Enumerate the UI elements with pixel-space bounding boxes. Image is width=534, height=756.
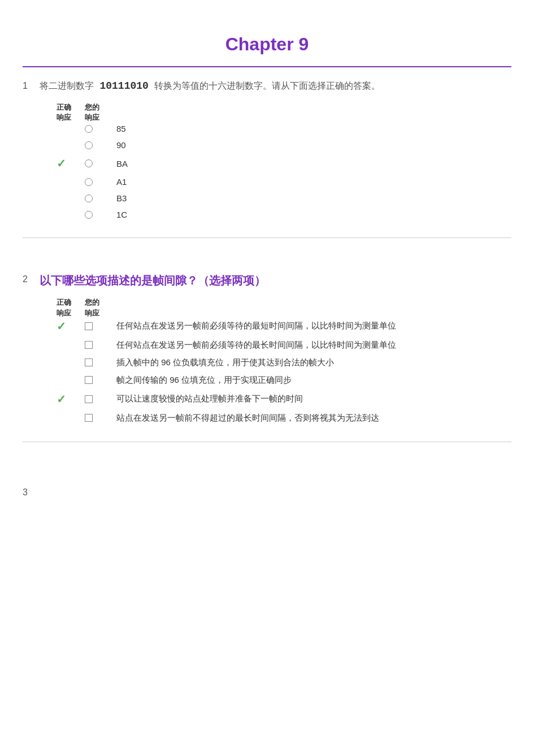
q2-label-c: 插入帧中的 96 位负载填充位，用于使其达到合法的帧大小	[116, 357, 334, 368]
q1-header-col2: 您的 响应	[85, 102, 113, 123]
q1-binary-value: 10111010	[99, 80, 148, 92]
q1-label-90: 90	[116, 140, 126, 150]
q1-label-BA: BA	[116, 159, 128, 169]
q1-text-before: 将二进制数字	[40, 81, 94, 90]
question-3-number: 3	[23, 487, 28, 497]
spacer-2	[23, 459, 511, 476]
radio-icon[interactable]	[85, 195, 93, 202]
q1-option-1C: 1C	[57, 210, 511, 219]
q1-radio-90[interactable]	[85, 141, 113, 149]
q2-checkbox-e[interactable]	[85, 395, 113, 403]
checkbox-icon[interactable]	[85, 395, 93, 403]
q1-label-85: 85	[116, 124, 126, 133]
q2-option-e: ✓ 可以让速度较慢的站点处理帧并准备下一帧的时间	[57, 392, 511, 406]
checkbox-icon[interactable]	[85, 322, 93, 330]
q2-table-header: 正确 响应 您的 响应	[57, 297, 511, 318]
question-1-header: 1 将二进制数字 10111010 转换为等值的十六进制数字。请从下面选择正确的…	[23, 79, 511, 94]
checkbox-icon[interactable]	[85, 358, 93, 366]
q2-label-a: 任何站点在发送另一帧前必须等待的最短时间间隔，以比特时间为测量单位	[116, 321, 396, 331]
q2-checkbox-d[interactable]	[85, 376, 113, 384]
q2-correct-e: ✓	[57, 392, 85, 406]
q1-option-BA: ✓ BA	[57, 157, 511, 170]
q1-options: 85 90 ✓ BA	[57, 124, 511, 219]
radio-icon[interactable]	[85, 159, 93, 167]
q1-radio-A1[interactable]	[85, 178, 113, 186]
q2-label-f: 站点在发送另一帧前不得超过的最长时间间隔，否则将视其为无法到达	[116, 413, 379, 424]
question-2-text: 以下哪些选项描述的是帧间隙？（选择两项）	[40, 272, 266, 289]
q1-radio-85[interactable]	[85, 125, 113, 133]
q2-header-col1: 正确 响应	[57, 297, 85, 318]
checkbox-icon[interactable]	[85, 414, 93, 422]
radio-icon[interactable]	[85, 211, 93, 219]
q2-correct-a: ✓	[57, 319, 85, 333]
q1-option-A1: A1	[57, 177, 511, 187]
question-1-block: 1 将二进制数字 10111010 转换为等值的十六进制数字。请从下面选择正确的…	[23, 79, 511, 238]
q1-option-85: 85	[57, 124, 511, 133]
q2-option-f: 站点在发送另一帧前不得超过的最长时间间隔，否则将视其为无法到达	[57, 413, 511, 424]
checkmark-icon: ✓	[57, 319, 66, 333]
q2-checkbox-a[interactable]	[85, 322, 113, 330]
checkbox-icon[interactable]	[85, 341, 93, 349]
q2-header-col2: 您的 响应	[85, 297, 113, 318]
q1-text-after: 转换为等值的十六进制数字。请从下面选择正确的答案。	[154, 81, 380, 90]
q1-option-90: 90	[57, 140, 511, 150]
q2-option-d: 帧之间传输的 96 位填充位，用于实现正确同步	[57, 375, 511, 386]
q2-label-b: 任何站点在发送另一帧前必须等待的最长时间间隔，以比特时间为测量单位	[116, 340, 396, 351]
q2-label-d: 帧之间传输的 96 位填充位，用于实现正确同步	[116, 375, 292, 386]
q1-header-col1: 正确 响应	[57, 102, 85, 123]
q2-option-b: 任何站点在发送另一帧前必须等待的最长时间间隔，以比特时间为测量单位	[57, 340, 511, 351]
question-2-number: 2	[23, 274, 33, 284]
checkmark-icon: ✓	[57, 157, 66, 170]
spacer-1	[23, 255, 511, 272]
radio-icon[interactable]	[85, 125, 93, 133]
chapter-divider	[23, 66, 511, 67]
q1-label-A1: A1	[116, 177, 127, 187]
q1-radio-B3[interactable]	[85, 195, 113, 202]
q2-checkbox-b[interactable]	[85, 341, 113, 349]
question-2-header: 2 以下哪些选项描述的是帧间隙？（选择两项）	[23, 272, 511, 289]
radio-icon[interactable]	[85, 178, 93, 186]
checkmark-icon: ✓	[57, 392, 66, 406]
q2-label-e: 可以让速度较慢的站点处理帧并准备下一帧的时间	[116, 394, 303, 404]
chapter-title: Chapter 9	[23, 0, 511, 66]
q2-option-c: 插入帧中的 96 位负载填充位，用于使其达到合法的帧大小	[57, 357, 511, 368]
radio-icon[interactable]	[85, 141, 93, 149]
q1-label-1C: 1C	[116, 210, 127, 219]
q1-table-header: 正确 响应 您的 响应	[57, 102, 511, 123]
checkbox-icon[interactable]	[85, 376, 93, 384]
page-container: Chapter 9 1 将二进制数字 10111010 转换为等值的十六进制数字…	[0, 0, 534, 756]
q2-options: ✓ 任何站点在发送另一帧前必须等待的最短时间间隔，以比特时间为测量单位 任何站点…	[57, 319, 511, 424]
q1-radio-1C[interactable]	[85, 211, 113, 219]
q1-label-B3: B3	[116, 193, 127, 203]
question-2-block: 2 以下哪些选项描述的是帧间隙？（选择两项） 正确 响应 您的 响应 ✓	[23, 272, 511, 442]
q2-checkbox-f[interactable]	[85, 414, 113, 422]
question-1-number: 1	[23, 81, 33, 91]
q2-checkbox-c[interactable]	[85, 358, 113, 366]
question-1-text: 将二进制数字 10111010 转换为等值的十六进制数字。请从下面选择正确的答案…	[40, 79, 380, 94]
q1-radio-BA[interactable]	[85, 159, 113, 167]
q1-correct-BA: ✓	[57, 157, 85, 170]
q1-option-B3: B3	[57, 193, 511, 203]
q2-option-a: ✓ 任何站点在发送另一帧前必须等待的最短时间间隔，以比特时间为测量单位	[57, 319, 511, 333]
question-3-block: 3	[23, 476, 511, 498]
